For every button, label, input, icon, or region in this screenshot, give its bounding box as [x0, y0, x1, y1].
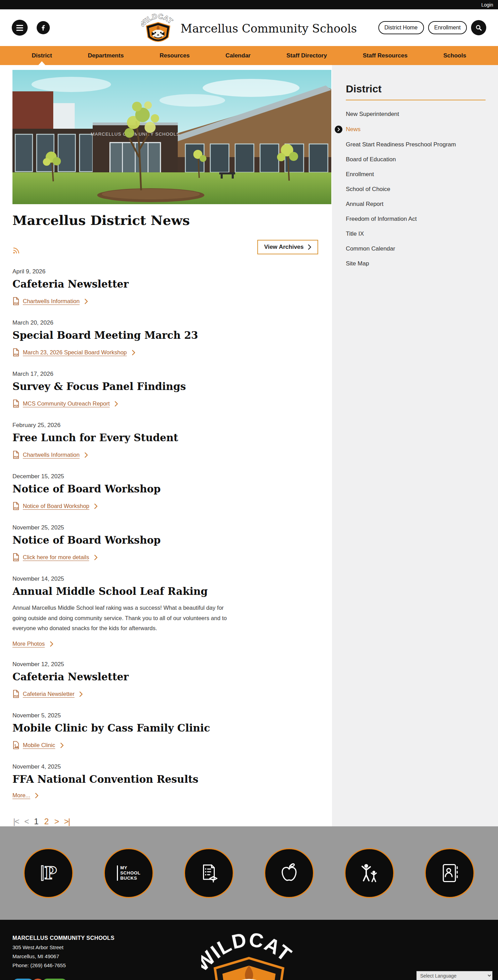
chevron-circle-icon — [335, 126, 343, 133]
nav-item-calendar[interactable]: Calendar — [224, 46, 253, 65]
adult-child-icon — [358, 862, 380, 884]
news-link[interactable]: Notice of Board Workshop — [23, 503, 89, 509]
chevron-right-icon — [308, 244, 311, 250]
my-school-bucks-button[interactable]: MY SCHOOL BUCKS — [104, 848, 154, 898]
staff-directory-button[interactable] — [425, 848, 474, 898]
pagination-last[interactable]: >| — [64, 817, 70, 826]
nav-item-resources[interactable]: Resources — [157, 46, 192, 65]
rss-icon[interactable] — [13, 247, 20, 255]
chevron-right-icon — [79, 691, 82, 697]
pdf-file-icon: PDF — [13, 450, 19, 459]
news-link[interactable]: More... — [13, 792, 30, 799]
language-select[interactable]: Select Language — [416, 971, 492, 980]
news-item: November 25, 2025Notice of Board Worksho… — [13, 524, 332, 562]
nav-item-schools[interactable]: Schools — [441, 46, 468, 65]
footer-school-name: MARCELLUS COMMUNITY SCHOOLS — [13, 935, 114, 941]
chevron-right-icon — [84, 452, 88, 458]
nav-item-staff-directory[interactable]: Staff Directory — [284, 46, 329, 65]
menu-hamburger-button[interactable] — [12, 20, 28, 36]
sidebar-item-title-ix[interactable]: Title IX — [346, 231, 485, 237]
pagination-page-2[interactable]: 2 — [44, 817, 49, 826]
news-link[interactable]: March 23, 2026 Special Board Workshop — [23, 349, 127, 356]
sidebar-item-common-calendar[interactable]: Common Calendar — [346, 245, 485, 252]
student-activities-button[interactable] — [344, 848, 394, 898]
powerschool-icon: P — [37, 862, 59, 884]
news-link[interactable]: Chartwells Information — [23, 452, 79, 458]
district-home-button[interactable]: District Home — [378, 21, 424, 34]
building-sign-text: MARCELLUS COMMUNITY SCHOOLS — [90, 132, 179, 137]
sidebar-item-board-of-education[interactable]: Board of Education — [346, 156, 485, 163]
nav-item-district[interactable]: District — [30, 46, 54, 65]
image-file-icon — [13, 741, 19, 749]
sidebar: District New SuperintendentNewsGreat Sta… — [332, 65, 498, 826]
pagination-first[interactable]: |< — [13, 817, 19, 826]
news-title: Mobile Clinic by Cass Family Clinic — [13, 722, 332, 734]
enrollment-button[interactable]: Enrollment — [428, 21, 467, 34]
site-header: WILDCATS Marcellus Community Schools Dis… — [0, 10, 498, 46]
svg-text:PDF: PDF — [14, 456, 19, 458]
news-item: November 4, 2025FFA National Convention … — [13, 764, 332, 799]
sidebar-item-great-start-readiness-preschool-program[interactable]: Great Start Readiness Preschool Program — [346, 141, 485, 148]
news-item: November 14, 2025Annual Middle School Le… — [13, 576, 332, 647]
view-archives-button[interactable]: View Archives — [257, 240, 318, 255]
pagination-prev[interactable]: < — [24, 817, 29, 826]
contact-book-icon — [439, 862, 460, 884]
sidebar-item-news[interactable]: News — [335, 126, 485, 133]
site-footer: MARCELLUS COMMUNITY SCHOOLS 305 West Arb… — [0, 920, 498, 980]
login-link[interactable]: Login — [481, 2, 493, 8]
grades-forms-button[interactable] — [184, 848, 234, 898]
footer-address-line1: 305 West Arbor Street — [13, 944, 114, 950]
news-link[interactable]: Click here for more details — [23, 554, 89, 561]
news-link[interactable]: Chartwells Information — [23, 298, 79, 304]
news-body: Annual Marcellus Middle School leaf raki… — [13, 603, 237, 633]
pagination-page-1[interactable]: 1 — [34, 817, 38, 826]
chevron-right-icon — [94, 555, 98, 560]
news-title: Annual Middle School Leaf Raking — [13, 585, 332, 597]
search-button[interactable] — [471, 20, 486, 35]
news-item: December 15, 2025Notice of Board Worksho… — [13, 473, 332, 511]
news-title: Cafeteria Newsletter — [13, 671, 332, 683]
document-graduation-icon — [198, 862, 220, 884]
news-link[interactable]: More Photos — [13, 641, 45, 647]
news-date: March 17, 2026 — [13, 371, 332, 377]
chevron-right-icon — [114, 401, 118, 407]
page-title: Marcellus District News — [13, 212, 332, 228]
apple-icon — [278, 862, 300, 884]
news-section: MARCELLUS COMMUNITY SCHOOLS — [0, 65, 332, 826]
news-title: Survey & Focus Panel Findings — [13, 381, 332, 392]
nav-item-staff-resources[interactable]: Staff Resources — [361, 46, 409, 65]
news-link[interactable]: MCS Community Outreach Report — [23, 400, 109, 407]
sidebar-item-site-map[interactable]: Site Map — [346, 260, 485, 267]
nav-item-departments[interactable]: Departments — [86, 46, 126, 65]
sidebar-item-freedom-of-information-act[interactable]: Freedom of Information Act — [346, 216, 485, 223]
sidebar-item-annual-report[interactable]: Annual Report — [346, 201, 485, 208]
news-date: February 25, 2026 — [13, 422, 332, 429]
news-item: February 25, 2026Free Lunch for Every St… — [13, 422, 332, 459]
news-date: November 25, 2025 — [13, 524, 332, 531]
pdf-file-icon: PDF — [13, 297, 19, 305]
sidebar-item-school-of-choice[interactable]: School of Choice — [346, 186, 485, 193]
sidebar-item-enrollment[interactable]: Enrollment — [346, 171, 485, 178]
svg-text:PDF: PDF — [14, 353, 19, 356]
sidebar-item-new-superintendent[interactable]: New Superintendent — [346, 111, 485, 118]
news-link[interactable]: Mobile Clinic — [23, 742, 56, 748]
pagination-next[interactable]: > — [54, 817, 59, 826]
powerschool-button[interactable]: P — [24, 848, 73, 898]
chevron-right-icon — [84, 299, 88, 304]
site-title: Marcellus Community Schools — [181, 22, 357, 35]
news-item: November 5, 2025Mobile Clinic by Cass Fa… — [13, 712, 332, 749]
facebook-icon[interactable] — [36, 21, 50, 34]
footer-address-line2: Marcellus, MI 49067 — [13, 953, 114, 959]
news-link[interactable]: Cafeteria Newsletter — [23, 691, 75, 697]
search-icon — [475, 24, 482, 32]
top-bar: Login — [0, 0, 498, 10]
active-tab-indicator — [38, 61, 45, 65]
news-item: March 20, 2026Special Board Meeting Marc… — [13, 320, 332, 357]
ok2say-logo[interactable]: OK 2 SAY — [13, 978, 114, 980]
news-date: November 5, 2025 — [13, 712, 332, 719]
sidebar-divider — [346, 100, 485, 100]
pdf-file-icon: PDF — [13, 690, 19, 698]
footer-phone: Phone: (269) 646-7655 — [13, 963, 114, 968]
food-service-button[interactable] — [264, 848, 314, 898]
svg-text:P: P — [44, 863, 57, 883]
